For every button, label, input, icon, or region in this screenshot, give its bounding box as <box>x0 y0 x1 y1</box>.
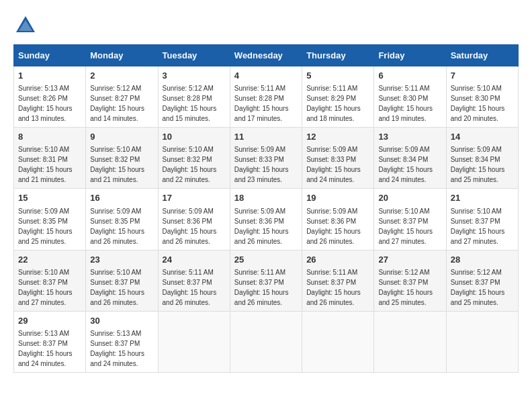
day-number: 19 <box>306 192 369 204</box>
calendar-cell: 4 Sunrise: 5:11 AM Sunset: 8:28 PM Dayli… <box>230 66 302 128</box>
calendar-cell: 1 Sunrise: 5:13 AM Sunset: 8:26 PM Dayli… <box>14 66 86 128</box>
calendar-cell: 10 Sunrise: 5:10 AM Sunset: 8:32 PM Dayl… <box>158 128 230 189</box>
day-number: 13 <box>378 131 441 143</box>
day-info: Sunrise: 5:10 AM Sunset: 8:30 PM Dayligh… <box>451 85 505 122</box>
day-info: Sunrise: 5:12 AM Sunset: 8:28 PM Dayligh… <box>163 85 217 122</box>
day-info: Sunrise: 5:10 AM Sunset: 8:37 PM Dayligh… <box>18 269 73 306</box>
calendar-cell <box>446 311 518 372</box>
day-info: Sunrise: 5:09 AM Sunset: 8:36 PM Dayligh… <box>163 208 217 245</box>
weekday-header: Monday <box>86 45 158 66</box>
day-number: 22 <box>18 254 81 266</box>
day-info: Sunrise: 5:09 AM Sunset: 8:36 PM Dayligh… <box>234 208 289 245</box>
calendar: SundayMondayTuesdayWednesdayThursdayFrid… <box>13 44 519 373</box>
day-info: Sunrise: 5:12 AM Sunset: 8:37 PM Dayligh… <box>378 269 433 306</box>
day-info: Sunrise: 5:09 AM Sunset: 8:34 PM Dayligh… <box>451 146 505 183</box>
day-number: 25 <box>234 254 298 266</box>
logo-icon <box>13 13 38 38</box>
calendar-cell: 28 Sunrise: 5:12 AM Sunset: 8:37 PM Dayl… <box>446 250 518 311</box>
day-number: 24 <box>163 254 226 266</box>
day-info: Sunrise: 5:10 AM Sunset: 8:37 PM Dayligh… <box>451 208 505 245</box>
day-info: Sunrise: 5:10 AM Sunset: 8:32 PM Dayligh… <box>163 146 217 183</box>
day-info: Sunrise: 5:11 AM Sunset: 8:37 PM Dayligh… <box>306 269 361 306</box>
calendar-cell: 19 Sunrise: 5:09 AM Sunset: 8:36 PM Dayl… <box>302 189 374 250</box>
calendar-cell <box>158 311 230 372</box>
day-number: 16 <box>90 192 153 204</box>
calendar-cell: 23 Sunrise: 5:10 AM Sunset: 8:37 PM Dayl… <box>86 250 158 311</box>
day-info: Sunrise: 5:11 AM Sunset: 8:29 PM Dayligh… <box>306 85 361 122</box>
day-info: Sunrise: 5:11 AM Sunset: 8:30 PM Dayligh… <box>378 85 433 122</box>
header <box>13 13 519 38</box>
day-info: Sunrise: 5:12 AM Sunset: 8:27 PM Dayligh… <box>90 85 144 122</box>
day-number: 3 <box>163 70 226 82</box>
day-info: Sunrise: 5:13 AM Sunset: 8:26 PM Dayligh… <box>18 85 73 122</box>
day-number: 28 <box>451 254 514 266</box>
day-number: 14 <box>451 131 514 143</box>
day-info: Sunrise: 5:09 AM Sunset: 8:33 PM Dayligh… <box>234 146 289 183</box>
calendar-cell: 3 Sunrise: 5:12 AM Sunset: 8:28 PM Dayli… <box>158 66 230 128</box>
day-number: 8 <box>18 131 81 143</box>
calendar-cell: 9 Sunrise: 5:10 AM Sunset: 8:32 PM Dayli… <box>86 128 158 189</box>
calendar-cell: 16 Sunrise: 5:09 AM Sunset: 8:35 PM Dayl… <box>86 189 158 250</box>
day-info: Sunrise: 5:11 AM Sunset: 8:37 PM Dayligh… <box>234 269 289 306</box>
day-info: Sunrise: 5:10 AM Sunset: 8:37 PM Dayligh… <box>90 269 144 306</box>
day-number: 12 <box>306 131 369 143</box>
day-info: Sunrise: 5:12 AM Sunset: 8:37 PM Dayligh… <box>451 269 505 306</box>
calendar-cell: 7 Sunrise: 5:10 AM Sunset: 8:30 PM Dayli… <box>446 66 518 128</box>
weekday-header: Tuesday <box>158 45 230 66</box>
day-number: 1 <box>18 70 81 82</box>
day-info: Sunrise: 5:11 AM Sunset: 8:28 PM Dayligh… <box>234 85 289 122</box>
weekday-header: Friday <box>374 45 446 66</box>
day-info: Sunrise: 5:13 AM Sunset: 8:37 PM Dayligh… <box>90 330 144 367</box>
calendar-cell: 11 Sunrise: 5:09 AM Sunset: 8:33 PM Dayl… <box>230 128 302 189</box>
day-number: 9 <box>90 131 153 143</box>
day-info: Sunrise: 5:10 AM Sunset: 8:32 PM Dayligh… <box>90 146 144 183</box>
day-number: 11 <box>234 131 298 143</box>
day-number: 26 <box>306 254 369 266</box>
day-number: 30 <box>90 315 153 327</box>
calendar-cell: 30 Sunrise: 5:13 AM Sunset: 8:37 PM Dayl… <box>86 311 158 372</box>
calendar-cell: 13 Sunrise: 5:09 AM Sunset: 8:34 PM Dayl… <box>374 128 446 189</box>
day-number: 2 <box>90 70 153 82</box>
calendar-cell: 8 Sunrise: 5:10 AM Sunset: 8:31 PM Dayli… <box>14 128 86 189</box>
day-info: Sunrise: 5:11 AM Sunset: 8:37 PM Dayligh… <box>163 269 217 306</box>
day-number: 23 <box>90 254 153 266</box>
day-info: Sunrise: 5:10 AM Sunset: 8:31 PM Dayligh… <box>18 146 73 183</box>
day-number: 4 <box>234 70 298 82</box>
calendar-cell: 18 Sunrise: 5:09 AM Sunset: 8:36 PM Dayl… <box>230 189 302 250</box>
weekday-header: Saturday <box>446 45 518 66</box>
calendar-cell: 5 Sunrise: 5:11 AM Sunset: 8:29 PM Dayli… <box>302 66 374 128</box>
day-number: 10 <box>163 131 226 143</box>
calendar-cell <box>302 311 374 372</box>
calendar-cell: 12 Sunrise: 5:09 AM Sunset: 8:33 PM Dayl… <box>302 128 374 189</box>
logo <box>13 13 40 38</box>
day-info: Sunrise: 5:09 AM Sunset: 8:34 PM Dayligh… <box>378 146 433 183</box>
day-number: 17 <box>163 192 226 204</box>
calendar-cell: 15 Sunrise: 5:09 AM Sunset: 8:35 PM Dayl… <box>14 189 86 250</box>
day-info: Sunrise: 5:09 AM Sunset: 8:36 PM Dayligh… <box>306 208 361 245</box>
day-info: Sunrise: 5:09 AM Sunset: 8:33 PM Dayligh… <box>306 146 361 183</box>
calendar-cell: 26 Sunrise: 5:11 AM Sunset: 8:37 PM Dayl… <box>302 250 374 311</box>
day-number: 7 <box>451 70 514 82</box>
calendar-cell: 17 Sunrise: 5:09 AM Sunset: 8:36 PM Dayl… <box>158 189 230 250</box>
day-number: 15 <box>18 192 81 204</box>
day-number: 20 <box>378 192 441 204</box>
weekday-header: Thursday <box>302 45 374 66</box>
calendar-cell: 25 Sunrise: 5:11 AM Sunset: 8:37 PM Dayl… <box>230 250 302 311</box>
day-number: 29 <box>18 315 81 327</box>
day-info: Sunrise: 5:10 AM Sunset: 8:37 PM Dayligh… <box>378 208 433 245</box>
calendar-cell: 2 Sunrise: 5:12 AM Sunset: 8:27 PM Dayli… <box>86 66 158 128</box>
day-number: 21 <box>451 192 514 204</box>
calendar-cell: 22 Sunrise: 5:10 AM Sunset: 8:37 PM Dayl… <box>14 250 86 311</box>
day-number: 27 <box>378 254 441 266</box>
calendar-cell <box>374 311 446 372</box>
calendar-cell: 21 Sunrise: 5:10 AM Sunset: 8:37 PM Dayl… <box>446 189 518 250</box>
day-number: 6 <box>378 70 441 82</box>
day-info: Sunrise: 5:13 AM Sunset: 8:37 PM Dayligh… <box>18 330 73 367</box>
day-number: 18 <box>234 192 298 204</box>
weekday-header: Wednesday <box>230 45 302 66</box>
day-info: Sunrise: 5:09 AM Sunset: 8:35 PM Dayligh… <box>18 208 73 245</box>
calendar-cell: 14 Sunrise: 5:09 AM Sunset: 8:34 PM Dayl… <box>446 128 518 189</box>
calendar-cell: 29 Sunrise: 5:13 AM Sunset: 8:37 PM Dayl… <box>14 311 86 372</box>
calendar-cell: 20 Sunrise: 5:10 AM Sunset: 8:37 PM Dayl… <box>374 189 446 250</box>
calendar-cell: 6 Sunrise: 5:11 AM Sunset: 8:30 PM Dayli… <box>374 66 446 128</box>
